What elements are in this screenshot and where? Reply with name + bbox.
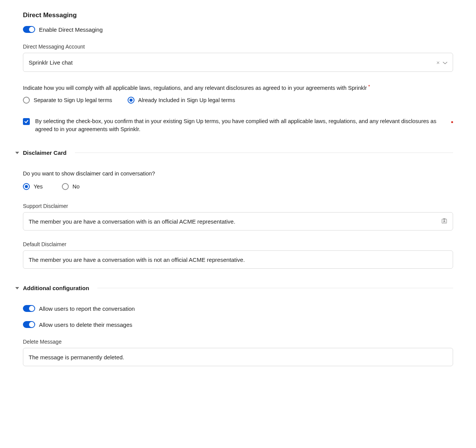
input-delete-message-value: The message is permanently deleted. xyxy=(29,354,124,360)
toggle-allow-report-label: Allow users to report the conversation xyxy=(39,305,135,312)
divider xyxy=(97,288,453,288)
contact-card-icon[interactable] xyxy=(441,218,447,225)
svg-point-2 xyxy=(444,220,445,221)
clear-icon[interactable]: × xyxy=(436,59,440,66)
compliance-text: Indicate how you will comply with all ap… xyxy=(23,85,367,91)
radio-outer-icon xyxy=(62,183,69,190)
radio-outer-icon xyxy=(128,97,134,104)
label-support-disclaimer: Support Disclaimer xyxy=(23,203,453,209)
radio-included-terms-label: Already Included in Sign Up legal terms xyxy=(138,97,235,103)
radio-outer-icon xyxy=(23,97,30,104)
divider xyxy=(75,153,453,153)
toggle-allow-report[interactable] xyxy=(23,305,35,312)
section-title-disclaimer: Disclaimer Card xyxy=(23,149,66,156)
toggle-allow-delete-label: Allow users to delete their messages xyxy=(39,321,132,328)
select-dm-account-value: Sprinklr Live chat xyxy=(29,59,73,66)
toggle-allow-delete[interactable] xyxy=(23,321,35,328)
disclaimer-show-question: Do you want to show disclaimer card in c… xyxy=(23,170,453,178)
radio-disclaimer-no-label: No xyxy=(73,183,80,190)
label-default-disclaimer: Default Disclaimer xyxy=(23,241,453,247)
required-asterisk-icon: * xyxy=(368,84,370,89)
input-delete-message[interactable]: The message is permanently deleted. xyxy=(23,348,453,366)
section-title-direct-messaging: Direct Messaging xyxy=(23,11,453,19)
label-dm-account: Direct Messaging Account xyxy=(23,44,453,50)
caret-down-icon[interactable] xyxy=(15,287,19,289)
confirm-compliance-text: By selecting the check-box, you confirm … xyxy=(35,117,442,133)
radio-outer-icon xyxy=(23,183,30,190)
radio-separate-terms[interactable]: Separate to Sign Up legal terms xyxy=(23,97,112,104)
radio-disclaimer-no[interactable]: No xyxy=(62,183,80,190)
radio-inner-icon xyxy=(25,185,28,188)
caret-down-icon[interactable] xyxy=(15,152,19,154)
toggle-enable-dm-label: Enable Direct Messaging xyxy=(39,26,103,33)
radio-included-terms[interactable]: Already Included in Sign Up legal terms xyxy=(128,97,235,104)
toggle-enable-dm[interactable] xyxy=(23,26,35,33)
required-dot-icon xyxy=(451,121,453,123)
label-delete-message: Delete Message xyxy=(23,339,453,345)
select-dm-account[interactable]: Sprinklr Live chat × xyxy=(23,53,453,72)
radio-separate-terms-label: Separate to Sign Up legal terms xyxy=(34,97,112,103)
radio-disclaimer-yes-label: Yes xyxy=(34,183,43,190)
chevron-down-icon[interactable] xyxy=(443,60,447,65)
radio-inner-icon xyxy=(130,99,133,102)
radio-disclaimer-yes[interactable]: Yes xyxy=(23,183,43,190)
checkbox-confirm-compliance[interactable] xyxy=(23,118,30,125)
section-title-additional: Additional configuration xyxy=(23,285,89,291)
input-support-disclaimer[interactable]: The member you are have a conversation w… xyxy=(23,212,453,230)
input-support-disclaimer-value: The member you are have a conversation w… xyxy=(29,218,235,225)
input-default-disclaimer[interactable]: The member you are have a conversation w… xyxy=(23,250,453,269)
input-default-disclaimer-value: The member you are have a conversation w… xyxy=(29,256,245,263)
